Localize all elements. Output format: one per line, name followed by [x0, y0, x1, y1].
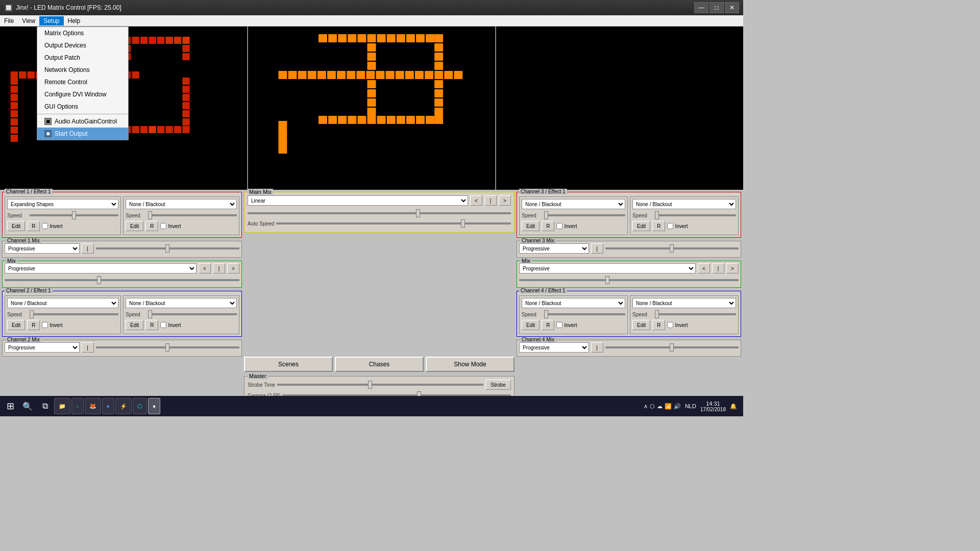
right-mix-next-btn[interactable]: > [726, 263, 739, 273]
ch3-e1-invert[interactable]: Invert [556, 223, 577, 229]
main-mix-stop-btn[interactable]: | [484, 195, 497, 206]
ch4-e1-invert[interactable]: Invert [556, 322, 577, 328]
strobe-btn[interactable]: Strobe [485, 380, 511, 390]
dropdown-output-devices[interactable]: Output Devices [37, 39, 128, 52]
left-mix-stop-btn[interactable]: | [213, 263, 225, 273]
start-btn[interactable]: ⊞ [2, 398, 18, 414]
ch1-effect1-select[interactable]: Expanding Shapes None / Blackout [7, 199, 118, 209]
ch2-e1-r-btn[interactable]: R [27, 320, 40, 330]
chases-btn[interactable]: Chases [335, 357, 424, 372]
ch3-effect1-select[interactable]: None / Blackout [522, 199, 625, 209]
dropdown-gui-options[interactable]: GUI Options [37, 101, 128, 113]
dropdown-configure-dvi[interactable]: Configure DVI Window [37, 88, 128, 101]
ch2-effect2-select[interactable]: None / Blackout [126, 298, 237, 308]
left-mix-slider[interactable] [5, 276, 239, 284]
ch2-e1-invert-check[interactable] [42, 322, 48, 328]
left-mix-select[interactable]: Progressive [5, 263, 197, 273]
ch3-e1-r-btn[interactable]: R [542, 221, 554, 231]
ch3-e1-invert-check[interactable] [556, 223, 562, 229]
chrome-btn[interactable]: ● [102, 398, 115, 414]
ch1-e1-speed-slider[interactable] [30, 211, 118, 219]
ch4-effect2-select[interactable]: None / Blackout [632, 298, 736, 308]
ch2-e2-speed-slider[interactable] [148, 310, 237, 318]
menu-setup[interactable]: Setup [39, 16, 63, 26]
right-mix-select[interactable]: Progressive [519, 263, 696, 273]
ch2-effect1-select[interactable]: None / Blackout [7, 298, 118, 308]
ch1-effect2-select[interactable]: None / Blackout [126, 199, 237, 209]
ch4-e1-r-btn[interactable]: R [542, 320, 554, 330]
ch1-e2-r-btn[interactable]: R [145, 221, 158, 231]
volume-icon[interactable]: 🔊 [674, 403, 681, 410]
dropdown-matrix-options[interactable]: Matrix Options [37, 27, 128, 39]
close-button[interactable]: ✕ [725, 2, 739, 13]
ch3-mix-slider[interactable] [605, 244, 739, 253]
ch3-effect2-select[interactable]: None / Blackout [632, 199, 736, 209]
show-mode-btn[interactable]: Show Mode [426, 357, 514, 372]
ch3-e1-edit-btn[interactable]: Edit [522, 221, 540, 231]
dropdown-audio-auto-gain[interactable]: ■ Audio AutoGainControl [37, 115, 128, 128]
ch3-e1-speed-slider[interactable] [544, 211, 625, 219]
ch3-mix-select[interactable]: Progressive [519, 243, 589, 254]
app2-btn[interactable]: ⬡ [133, 398, 147, 414]
ch4-e1-invert-check[interactable] [556, 322, 562, 328]
dropdown-start-output[interactable]: ■ Start Output [37, 128, 128, 140]
app1-btn[interactable]: ⚡ [115, 398, 132, 414]
left-mix-prev-btn[interactable]: < [199, 263, 211, 273]
ch2-e1-invert[interactable]: Invert [42, 322, 62, 328]
ch1-e2-edit-btn[interactable]: Edit [126, 221, 143, 231]
menu-help[interactable]: Help [64, 16, 85, 26]
ch4-mix-stop-btn[interactable]: | [591, 342, 603, 353]
ch4-e1-speed-slider[interactable] [544, 310, 625, 318]
ch2-e2-r-btn[interactable]: R [145, 320, 158, 330]
ch3-e2-edit-btn[interactable]: Edit [632, 221, 650, 231]
file-explorer-btn[interactable]: 📁 [54, 398, 70, 414]
dropdown-output-patch[interactable]: Output Patch [37, 52, 128, 64]
ch1-e1-r-btn[interactable]: R [27, 221, 40, 231]
ch1-mix-slider[interactable] [96, 244, 239, 253]
ch2-e2-invert-check[interactable] [160, 322, 166, 328]
menu-file[interactable]: File [0, 16, 18, 26]
task-view-btn[interactable]: ⧉ [37, 398, 53, 414]
main-mix-select[interactable]: Linear Progressive [248, 195, 468, 206]
scenes-btn[interactable]: Scenes [244, 357, 333, 372]
main-mix-slider[interactable] [248, 209, 511, 217]
right-mix-prev-btn[interactable]: < [698, 263, 710, 273]
ch4-e2-speed-slider[interactable] [655, 310, 736, 318]
ch4-e2-r-btn[interactable]: R [652, 320, 665, 330]
notifications-btn[interactable]: 🔔 [730, 403, 737, 410]
ch1-e2-invert-label[interactable]: Invert [160, 223, 181, 229]
ch2-e1-edit-btn[interactable]: Edit [7, 320, 25, 330]
ch1-e2-invert-check[interactable] [160, 223, 166, 229]
spotify-btn[interactable]: ♪ [71, 398, 84, 414]
left-mix-next-btn[interactable]: > [227, 263, 239, 273]
ch2-mix-select[interactable]: Progressive [5, 342, 80, 353]
search-btn[interactable]: 🔍 [19, 398, 36, 414]
ch4-mix-select[interactable]: Progressive [519, 342, 589, 353]
auto-speed-slider[interactable] [276, 219, 511, 228]
ch1-mix-select[interactable]: Progressive Additive [5, 243, 80, 254]
right-mix-slider[interactable] [519, 276, 739, 284]
ch3-e2-speed-slider[interactable] [655, 211, 736, 219]
ch4-e2-invert[interactable]: Invert [667, 322, 688, 328]
dropdown-remote-control[interactable]: Remote Control [37, 76, 128, 88]
minimize-button[interactable]: — [694, 2, 708, 13]
ch2-mix-slider[interactable] [96, 343, 239, 352]
ch1-e1-edit-btn[interactable]: Edit [7, 221, 25, 231]
ch3-e2-invert-check[interactable] [667, 223, 673, 229]
menu-view[interactable]: View [18, 16, 39, 26]
ch2-e2-invert[interactable]: Invert [160, 322, 181, 328]
ch4-effect1-select[interactable]: None / Blackout [522, 298, 625, 308]
main-mix-prev-btn[interactable]: < [470, 195, 482, 206]
right-mix-stop-btn[interactable]: | [712, 263, 724, 273]
ch1-e1-invert-check[interactable] [42, 223, 48, 229]
ch1-e2-speed-slider[interactable] [148, 211, 237, 219]
tray-up-arrow[interactable]: ∧ [644, 403, 648, 410]
ch3-e2-r-btn[interactable]: R [652, 221, 665, 231]
strobe-time-slider[interactable] [277, 381, 483, 389]
ch3-e2-invert[interactable]: Invert [667, 223, 688, 229]
ch3-mix-stop-btn[interactable]: | [591, 243, 603, 254]
ch4-e2-edit-btn[interactable]: Edit [632, 320, 650, 330]
ch2-e2-edit-btn[interactable]: Edit [126, 320, 143, 330]
dropdown-network-options[interactable]: Network Options [37, 64, 128, 76]
ch4-mix-slider[interactable] [605, 343, 739, 352]
